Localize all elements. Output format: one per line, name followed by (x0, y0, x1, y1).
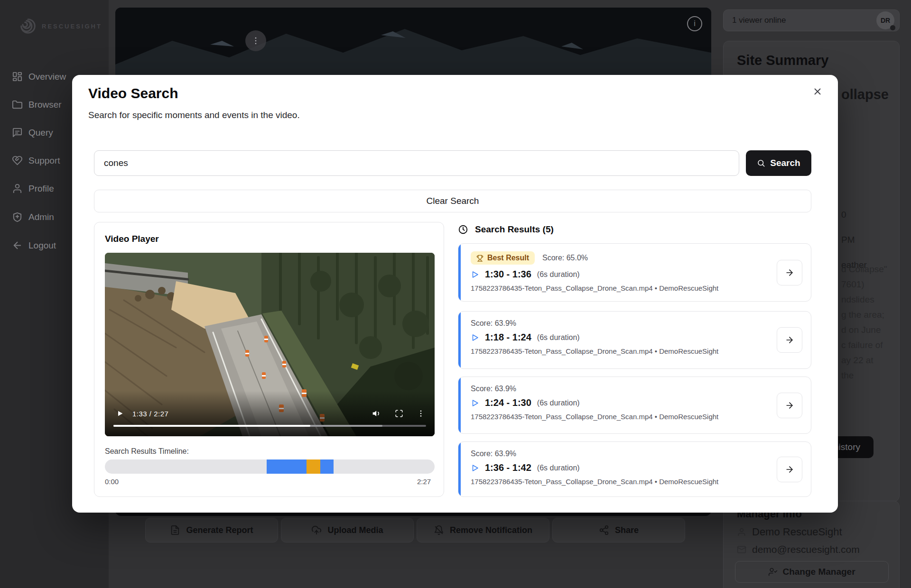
progress-played (113, 425, 310, 427)
heart-handshake-icon (12, 155, 23, 166)
play-icon[interactable] (471, 399, 479, 407)
sidebar-item-label: Support (28, 156, 60, 166)
upload-media-button[interactable]: Upload Media (281, 518, 414, 542)
folder-icon (12, 99, 23, 110)
sidebar-item-profile[interactable]: Profile (12, 183, 54, 194)
timeline-start: 0:00 (105, 478, 119, 486)
more-options-icon[interactable] (417, 409, 425, 418)
video-frame[interactable]: 1:33 / 2:27 (105, 253, 435, 436)
result-duration: (6s duration) (537, 399, 580, 407)
file-text-icon (170, 525, 180, 535)
cloud-upload-icon (311, 525, 322, 535)
sidebar-item-browser[interactable]: Browser (12, 99, 62, 110)
result-time-range: 1:36 - 1:42 (485, 462, 531, 473)
sidebar-item-query[interactable]: Query (12, 127, 53, 138)
search-input[interactable] (94, 150, 739, 176)
arrow-right-icon (785, 401, 794, 410)
share-icon (599, 525, 609, 535)
summary-fragment-heading: ollapse (841, 87, 889, 102)
goto-result-button[interactable] (777, 457, 802, 482)
search-results-header: Search Results (5) (458, 224, 554, 235)
brand-name: RESCUESIGHT (42, 23, 102, 30)
share-button[interactable]: Share (552, 518, 685, 542)
timeline-end: 2:27 (417, 478, 431, 486)
user-icon (12, 183, 23, 194)
play-icon[interactable] (471, 333, 479, 342)
sidebar-item-label: Query (28, 128, 53, 138)
result-score: Score: 63.9% (471, 450, 516, 458)
arrow-right-icon (785, 268, 794, 277)
remove-notification-button[interactable]: Remove Notification (417, 518, 549, 542)
close-icon[interactable] (810, 84, 825, 99)
brand-logo: RESCUESIGHT (19, 17, 102, 35)
result-score: Score: 65.0% (542, 254, 588, 262)
modal-title: Video Search (88, 85, 178, 101)
summary-paragraph-fragment: g the area; (841, 310, 884, 320)
clear-search-button[interactable]: Clear Search (94, 190, 811, 212)
sidebar-item-support[interactable]: Support (12, 155, 60, 166)
arrow-left-icon (12, 240, 23, 251)
badge-label: Best Result (487, 254, 529, 262)
goto-result-button[interactable] (777, 393, 802, 418)
change-manager-button[interactable]: Change Manager (735, 561, 889, 583)
video-controls: 1:33 / 2:27 (105, 391, 435, 436)
play-icon[interactable] (471, 270, 479, 279)
video-player-title: Video Player (105, 234, 159, 244)
result-duration: (6s duration) (537, 333, 580, 342)
generate-report-button[interactable]: Generate Report (145, 518, 278, 542)
trophy-icon (476, 255, 483, 262)
sidebar-item-label: Admin (28, 212, 54, 222)
user-icon (737, 527, 746, 537)
volume-icon[interactable] (372, 409, 381, 418)
result-source: 1758223786435-Teton_Pass_Collapse_Drone_… (471, 347, 768, 355)
goto-result-button[interactable] (777, 260, 802, 285)
result-time-range: 1:24 - 1:30 (485, 397, 531, 408)
dashboard-icon (12, 71, 23, 82)
time-display: 1:33 / 2:27 (132, 410, 168, 418)
sidebar-item-admin[interactable]: Admin (12, 211, 54, 222)
avatar[interactable]: DR (876, 11, 894, 29)
timeline-result-segment (320, 459, 334, 474)
fullscreen-icon[interactable] (395, 409, 403, 418)
online-status-dot (890, 25, 895, 30)
user-check-icon (768, 567, 778, 577)
sidebar-item-logout[interactable]: Logout (12, 240, 56, 251)
play-icon[interactable] (471, 464, 479, 472)
search-button[interactable]: Search (746, 150, 811, 176)
result-accent-bar (458, 377, 461, 433)
search-button-label: Search (770, 158, 800, 168)
result-accent-bar (458, 244, 461, 301)
summary-fragment: PM (841, 235, 855, 245)
video-menu-button[interactable] (245, 30, 266, 51)
copy-icon[interactable] (876, 508, 887, 520)
generate-report-label: Generate Report (186, 525, 253, 535)
result-accent-bar (458, 442, 461, 496)
result-source: 1758223786435-Teton_Pass_Collapse_Drone_… (471, 478, 768, 486)
search-result-card[interactable]: Score: 63.9% 1:18 - 1:24 (6s duration) 1… (458, 311, 811, 369)
play-icon[interactable] (116, 410, 124, 417)
sidebar-item-label: Logout (28, 240, 56, 251)
search-result-card[interactable]: Score: 63.9% 1:36 - 1:42 (6s duration) 1… (458, 441, 811, 497)
mail-icon (737, 545, 746, 554)
sparkles-icon[interactable] (874, 54, 887, 69)
sidebar-item-label: Overview (28, 72, 66, 82)
search-result-card[interactable]: Best Result Score: 65.0% 1:30 - 1:36 (6s… (458, 243, 811, 302)
timeline-bar[interactable] (105, 459, 435, 474)
share-label: Share (615, 525, 639, 535)
arrow-right-icon (785, 335, 794, 345)
manager-email-row: demo@rescuesight.com (737, 544, 860, 555)
bell-off-icon (434, 525, 444, 535)
result-source: 1758223786435-Teton_Pass_Collapse_Drone_… (471, 284, 768, 292)
remove-notification-label: Remove Notification (450, 525, 532, 535)
search-result-card[interactable]: Score: 63.9% 1:24 - 1:30 (6s duration) 1… (458, 377, 811, 434)
sidebar-item-overview[interactable]: Overview (12, 71, 66, 82)
upload-media-label: Upload Media (327, 525, 383, 535)
goto-result-button[interactable] (777, 327, 802, 353)
change-manager-label: Change Manager (782, 567, 855, 577)
result-score: Score: 63.9% (471, 385, 516, 393)
spiral-logo-icon (19, 17, 37, 35)
result-duration: (6s duration) (537, 464, 580, 472)
manager-email: demo@rescuesight.com (752, 544, 860, 555)
video-info-icon[interactable]: i (687, 16, 702, 31)
video-progress-bar[interactable] (113, 425, 426, 427)
